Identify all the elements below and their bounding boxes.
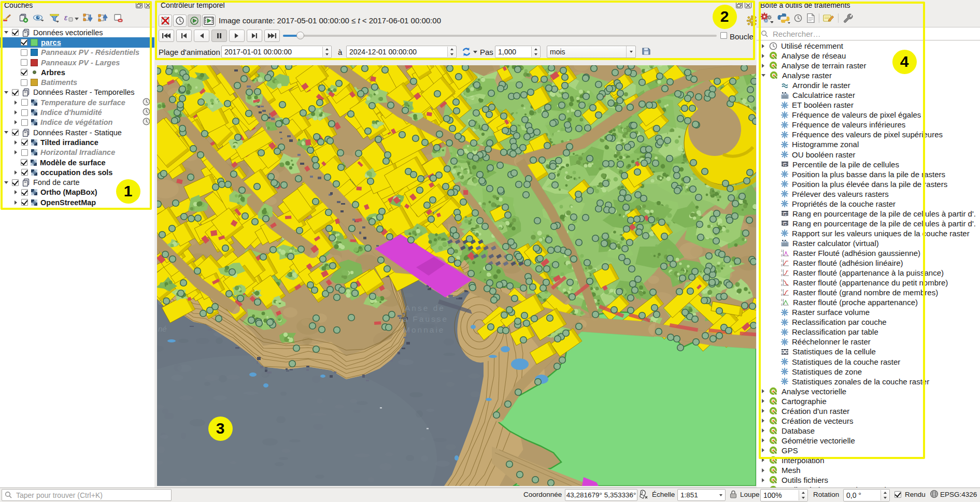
- svg-text:P: P: [784, 163, 787, 167]
- svg-text:0: 0: [781, 254, 783, 257]
- svg-text:P: P: [784, 222, 787, 226]
- svg-text:0: 0: [781, 303, 783, 306]
- svg-text:P: P: [784, 212, 787, 217]
- svg-text:0: 0: [781, 293, 783, 296]
- svg-text:1: 1: [781, 279, 783, 282]
- svg-text:e: e: [158, 297, 162, 306]
- svg-text:0: 0: [781, 264, 783, 267]
- svg-text:né: né: [158, 324, 167, 333]
- svg-text:1: 1: [781, 249, 783, 252]
- svg-text:0: 0: [781, 283, 783, 286]
- svg-text:ε: ε: [64, 13, 68, 22]
- svg-text:Anse de: Anse de: [405, 304, 445, 312]
- svg-text:1: 1: [781, 289, 783, 292]
- svg-text:1: 1: [781, 259, 783, 262]
- svg-text:la Fausse: la Fausse: [400, 314, 448, 323]
- svg-text:0: 0: [781, 274, 783, 277]
- svg-text:Monnaie: Monnaie: [403, 325, 445, 334]
- svg-text:1: 1: [781, 298, 783, 302]
- svg-text:1: 1: [781, 269, 783, 272]
